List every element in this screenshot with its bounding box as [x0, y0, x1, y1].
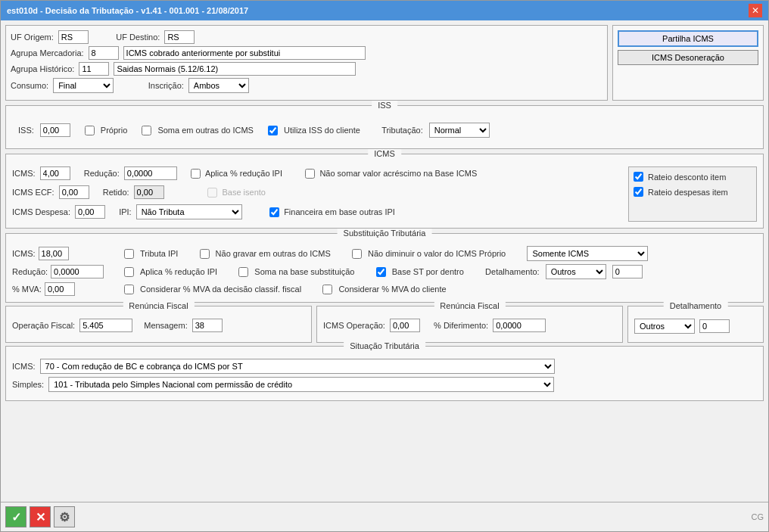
agrupa-historico-input[interactable] — [79, 62, 109, 76]
rateio-desconto-checkbox[interactable] — [634, 172, 643, 182]
detalhamento-row: Outros Opção 2 — [634, 319, 757, 334]
consumo-label: Consumo: — [11, 81, 48, 90]
nao-diminuir-label: Não diminuir o valor do ICMS Próprio — [368, 249, 506, 258]
inscricao-select[interactable]: Ambos Com IE Sem IE — [188, 78, 249, 93]
footer-bar: ✓ ✕ ⚙ CG — [1, 502, 768, 531]
st-detalhamento-select[interactable]: Outros Opção 2 — [546, 264, 606, 279]
top-section: UF Origem: UF Destino: Agrupa Mercadoria… — [5, 25, 764, 101]
st-detalhamento-right-select[interactable]: Somente ICMS ICMS + IPI Outros — [527, 246, 648, 261]
agrupa-mercadoria-input[interactable] — [89, 46, 119, 60]
nao-somar-checkbox[interactable] — [305, 169, 315, 179]
st-section: Substituição Tributária ICMS: Tributa IP… — [5, 233, 764, 303]
agrupa-mercadoria-row: Agrupa Mercadoria: — [11, 46, 602, 60]
renuncio-right-section: Renúncia Fiscal ICMS Operação: % Diferim… — [316, 306, 623, 343]
operacao-fiscal-input[interactable] — [79, 319, 132, 332]
soma-label: Soma em outras do ICMS — [157, 126, 254, 135]
cancel-button[interactable]: ✕ — [30, 506, 51, 527]
proprio-label: Próprio — [101, 126, 127, 135]
utiliza-label: Utiliza ISS do cliente — [284, 126, 360, 135]
considerar-mva-cliente-checkbox[interactable] — [322, 285, 332, 294]
title-bar: est010d - Decisão da Tributação - v1.41 … — [1, 1, 768, 20]
rateio-despesas-label: Rateio despesas item — [648, 188, 728, 197]
icms-section-title: ICMS — [368, 149, 401, 158]
retido-label: Retido: — [103, 188, 129, 197]
close-button[interactable]: ✕ — [749, 4, 762, 17]
icms-ecf-label: ICMS ECF: — [12, 188, 54, 197]
icms-despesa-label: ICMS Despesa: — [12, 207, 70, 216]
bottom-section: Renúncia Fiscal Operação Fiscal: Mensage… — [5, 306, 764, 343]
aplica-reducao-ipi-checkbox[interactable] — [191, 169, 201, 179]
utiliza-checkbox[interactable] — [268, 126, 278, 135]
tributa-ipi-label: Tributa IPI — [140, 249, 178, 258]
detalhamento-title: Detalhamento — [664, 301, 728, 310]
icms-despesa-input[interactable] — [75, 205, 105, 219]
st-content: ICMS: Tributa IPI Não gravar em outras d… — [12, 246, 757, 296]
consumo-select[interactable]: Final Intermediário Ambos — [53, 78, 114, 93]
icms-row1: ICMS: Redução: Aplica % redução IPI Não … — [12, 166, 622, 180]
renuncio-title: Renúncia Fiscal — [123, 301, 194, 310]
renuncio-right-title: Renúncia Fiscal — [434, 301, 505, 310]
retido-input[interactable] — [134, 185, 164, 199]
detalhamento-num[interactable] — [699, 319, 730, 333]
icms-operacao-input[interactable] — [390, 319, 420, 332]
confirm-button[interactable]: ✓ — [5, 506, 26, 527]
operacao-fiscal-label: Operação Fiscal: — [12, 321, 75, 330]
st-reducao-input[interactable] — [51, 265, 104, 278]
tributa-ipi-checkbox[interactable] — [124, 249, 134, 259]
nao-gravar-label: Não gravar em outras do ICMS — [216, 249, 331, 258]
agrupa-historico-label: Agrupa Histórico: — [11, 64, 74, 73]
icms-desoneracao-button[interactable]: ICMS Desoneração — [618, 50, 758, 65]
aplica-reducao-st-checkbox[interactable] — [124, 267, 134, 277]
rateio-despesas-checkbox[interactable] — [634, 187, 643, 197]
rateio-desconto-row: Rateio desconto item — [634, 172, 752, 182]
financeira-checkbox[interactable] — [269, 207, 279, 217]
nao-diminuir-checkbox[interactable] — [352, 249, 362, 259]
partilha-icms-button[interactable]: Partilha ICMS — [618, 30, 758, 47]
soma-checkbox[interactable] — [142, 126, 151, 135]
icms-operacao-label: ICMS Operação: — [323, 321, 385, 330]
reducao-input[interactable] — [124, 166, 177, 180]
proprio-checkbox[interactable] — [85, 126, 95, 135]
situacao-title: Situação Tributária — [344, 341, 425, 350]
iss-input[interactable] — [40, 123, 70, 137]
situacao-simples-select[interactable]: 101 - Tributada pelo Simples Nacional co… — [48, 377, 554, 392]
uf-destino-input[interactable] — [164, 30, 195, 44]
considerar-mva-cliente-label: Considerar % MVA do cliente — [338, 285, 446, 294]
detalhamento-label: Detalhamento: — [485, 267, 540, 276]
considerar-mva-checkbox[interactable] — [124, 285, 134, 294]
agrupa-mercadoria-desc[interactable] — [123, 46, 366, 60]
base-st-checkbox[interactable] — [376, 267, 386, 277]
base-isento-checkbox[interactable] — [207, 188, 217, 198]
icms-ecf-input[interactable] — [59, 185, 89, 199]
situacao-icms-label: ICMS: — [12, 362, 36, 371]
icms-row2: ICMS ECF: Retido: Base isento — [12, 185, 622, 199]
settings-button[interactable]: ⚙ — [54, 506, 75, 527]
nao-gravar-checkbox[interactable] — [200, 249, 210, 259]
detalhamento-select[interactable]: Outros Opção 2 — [634, 319, 695, 334]
uf-origem-input[interactable] — [58, 30, 89, 44]
st-icms-input[interactable] — [39, 247, 69, 260]
tributacao-select[interactable]: Normal Isento Outros — [429, 123, 490, 138]
agrupa-historico-desc[interactable] — [114, 62, 356, 76]
ipi-select[interactable]: Não Tributa Tributa Isento — [136, 204, 242, 219]
agrupa-historico-row: Agrupa Histórico: — [11, 62, 602, 76]
soma-base-checkbox[interactable] — [238, 267, 248, 277]
icms-val-label: ICMS: — [12, 169, 36, 178]
uf-destino-label: UF Destino: — [116, 33, 160, 42]
diferimento-input[interactable] — [493, 319, 546, 332]
icms-section: ICMS ICMS: Redução: Aplica % redução IPI — [5, 154, 764, 229]
nao-somar-label: Não somar valor acréscimo na Base ICMS — [319, 169, 477, 178]
mensagem-label: Mensagem: — [144, 321, 187, 330]
icms-val-input[interactable] — [40, 166, 70, 180]
situacao-section: Situação Tributária ICMS: 70 - Com reduç… — [5, 346, 764, 401]
mensagem-input[interactable] — [192, 319, 223, 332]
st-detalhamento-num[interactable] — [612, 265, 643, 278]
st-reducao-field: Redução: — [12, 265, 118, 278]
rateio-despesas-row: Rateio despesas item — [634, 187, 752, 197]
iss-section: ISS ISS: Próprio Soma em outras do ICMS … — [5, 105, 764, 149]
base-isento-label: Base isento — [222, 188, 265, 197]
situacao-icms-select[interactable]: 70 - Com redução de BC e cobrança do ICM… — [40, 359, 555, 374]
st-mva-input[interactable] — [45, 282, 75, 296]
footer-cg: CG — [752, 512, 764, 521]
reducao-label: Redução: — [84, 169, 120, 178]
